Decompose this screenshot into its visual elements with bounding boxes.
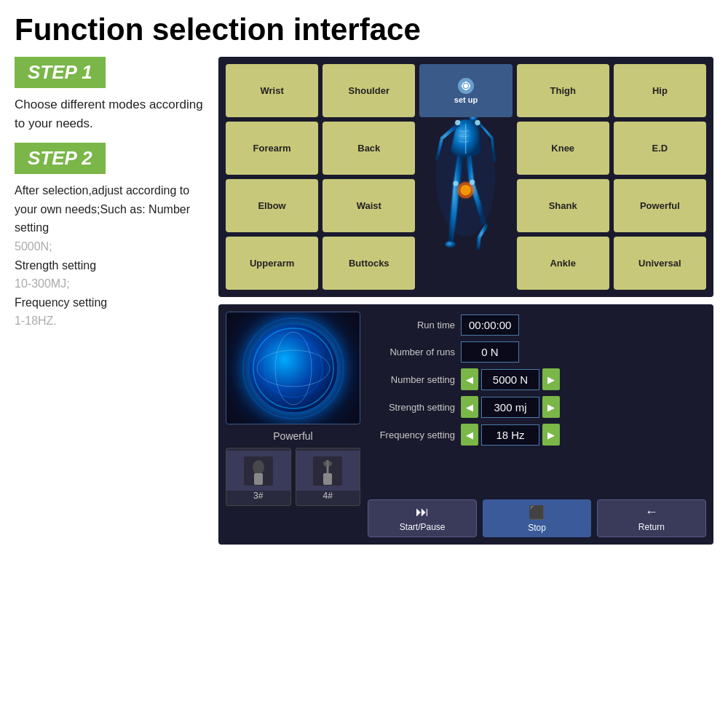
svg-point-10 xyxy=(470,180,475,185)
svg-point-14 xyxy=(465,88,467,90)
param-row-runtime: Run time 00:00:00 xyxy=(368,314,706,336)
mode-btn-powerful[interactable]: Powerful xyxy=(614,179,706,232)
svg-point-11 xyxy=(464,84,468,88)
svg-point-22 xyxy=(253,460,264,475)
stop-button[interactable]: ⬛ Stop xyxy=(483,499,590,537)
step2-section: STEP 2 After selection,adjust according … xyxy=(15,143,211,331)
strength-increase-btn[interactable]: ▶ xyxy=(542,396,560,418)
thumbnails: 3# 4# xyxy=(226,448,360,506)
param-label-runs: Number of runs xyxy=(368,347,455,357)
mode-btn-elbow[interactable]: Elbow xyxy=(226,179,318,232)
page-title: Function selection interface xyxy=(15,13,713,47)
param-label-strength: Strength setting xyxy=(368,402,455,413)
thumb-3-label: 3# xyxy=(253,491,263,501)
return-label: Return xyxy=(638,522,665,532)
start-pause-icon: ⏭ xyxy=(416,505,429,520)
thumb-4: 4# xyxy=(296,448,361,506)
step2-description: After selection,adjust according to your… xyxy=(15,181,211,331)
param-value-strength: 300 mj xyxy=(481,397,539,418)
thumb-4-label: 4# xyxy=(323,491,333,501)
strength-decrease-btn[interactable]: ◀ xyxy=(461,396,478,418)
number-increase-btn[interactable]: ▶ xyxy=(542,368,560,390)
svg-point-6 xyxy=(461,185,472,196)
param-controls-number: ◀ 5000 N ▶ xyxy=(461,368,560,390)
param-value-number: 5000 N xyxy=(481,369,539,390)
page-wrapper: Function selection interface STEP 1 Choo… xyxy=(0,0,728,728)
frequency-decrease-btn[interactable]: ◀ xyxy=(461,424,478,446)
param-label-frequency: Frequency setting xyxy=(368,430,455,440)
frequency-increase-btn[interactable]: ▶ xyxy=(542,424,560,446)
param-label-runtime: Run time xyxy=(368,320,455,331)
screen1: Wrist Shoulder xyxy=(218,57,713,297)
step2-badge: STEP 2 xyxy=(15,143,106,174)
svg-point-27 xyxy=(323,461,332,467)
svg-point-20 xyxy=(257,350,330,387)
param-value-runs: 0 N xyxy=(461,341,519,363)
mode-btn-shoulder[interactable]: Shoulder xyxy=(323,64,415,117)
stop-label: Stop xyxy=(528,523,546,533)
thumb-4-image xyxy=(296,451,360,491)
thumb-3-image xyxy=(226,451,290,491)
mode-btn-waist[interactable]: Waist xyxy=(323,179,415,232)
setup-label: set up xyxy=(454,95,478,104)
svg-point-13 xyxy=(465,81,467,82)
mode-btn-setup[interactable]: set up xyxy=(419,64,512,117)
step2-highlight3: 1-18HZ. xyxy=(15,314,57,327)
step1-section: STEP 1 Choose different modes according … xyxy=(15,57,211,132)
mode-btn-ankle[interactable]: Ankle xyxy=(517,237,609,290)
svg-point-18 xyxy=(264,339,323,397)
svg-point-15 xyxy=(462,84,463,86)
svg-point-7 xyxy=(455,120,460,125)
param-row-number-setting: Number setting ◀ 5000 N ▶ xyxy=(368,368,706,390)
energy-display xyxy=(226,312,360,424)
step1-description: Choose different modes according to your… xyxy=(15,95,211,132)
svg-point-9 xyxy=(454,181,459,186)
mode-btn-buttocks[interactable]: Buttocks xyxy=(323,237,415,290)
param-row-frequency: Frequency setting ◀ 18 Hz ▶ xyxy=(368,424,706,446)
mode-btn-hip[interactable]: Hip xyxy=(614,64,706,117)
mode-btn-forearm[interactable]: Forearm xyxy=(226,122,318,175)
screen2-left-panel: Powerful 3# xyxy=(226,312,360,537)
param-controls-frequency: ◀ 18 Hz ▶ xyxy=(461,424,560,446)
svg-point-16 xyxy=(469,84,470,86)
param-value-frequency: 18 Hz xyxy=(481,424,539,446)
param-value-runtime: 00:00:00 xyxy=(461,314,519,336)
content-area: STEP 1 Choose different modes according … xyxy=(15,57,713,545)
mode-btn-ed[interactable]: E.D xyxy=(614,122,706,175)
powerful-label: Powerful xyxy=(226,430,360,442)
screen2-right-panel: Run time 00:00:00 Number of runs 0 N Num… xyxy=(368,312,706,537)
svg-rect-23 xyxy=(255,475,258,483)
screen1-grid: Wrist Shoulder xyxy=(226,64,706,290)
svg-point-8 xyxy=(475,120,480,125)
stop-icon: ⬛ xyxy=(529,505,545,521)
svg-rect-24 xyxy=(259,475,262,483)
step1-badge: STEP 1 xyxy=(15,57,106,88)
svg-point-19 xyxy=(275,332,312,405)
start-pause-label: Start/Pause xyxy=(400,522,446,532)
mode-btn-back[interactable]: Back xyxy=(323,122,415,175)
number-decrease-btn[interactable]: ◀ xyxy=(461,368,478,390)
start-pause-button[interactable]: ⏭ Start/Pause xyxy=(368,499,477,537)
mode-btn-wrist[interactable]: Wrist xyxy=(226,64,318,117)
step2-highlight2: 10-300MJ; xyxy=(15,277,70,290)
param-controls-strength: ◀ 300 mj ▶ xyxy=(461,396,560,418)
param-row-strength: Strength setting ◀ 300 mj ▶ xyxy=(368,396,706,418)
return-button[interactable]: ← Return xyxy=(597,499,706,537)
mode-btn-upperarm[interactable]: Upperarm xyxy=(226,237,318,290)
mode-btn-thigh[interactable]: Thigh xyxy=(517,64,609,117)
param-row-runs: Number of runs 0 N xyxy=(368,341,706,363)
right-side: Wrist Shoulder xyxy=(218,57,713,545)
thumb-3: 3# xyxy=(226,448,291,506)
control-buttons: ⏭ Start/Pause ⬛ Stop ← Return xyxy=(368,492,706,537)
svg-point-17 xyxy=(253,328,333,408)
mode-btn-knee[interactable]: Knee xyxy=(517,122,609,175)
step2-highlight1: 5000N; xyxy=(15,240,52,253)
mode-btn-shank[interactable]: Shank xyxy=(517,179,609,232)
mode-btn-universal[interactable]: Universal xyxy=(614,237,706,290)
param-label-number-setting: Number setting xyxy=(368,374,455,385)
setup-icon xyxy=(458,78,474,94)
screen2: Powerful 3# xyxy=(218,304,713,545)
left-side: STEP 1 Choose different modes according … xyxy=(15,57,218,545)
return-icon: ← xyxy=(645,505,658,520)
energy-circle xyxy=(250,325,337,412)
